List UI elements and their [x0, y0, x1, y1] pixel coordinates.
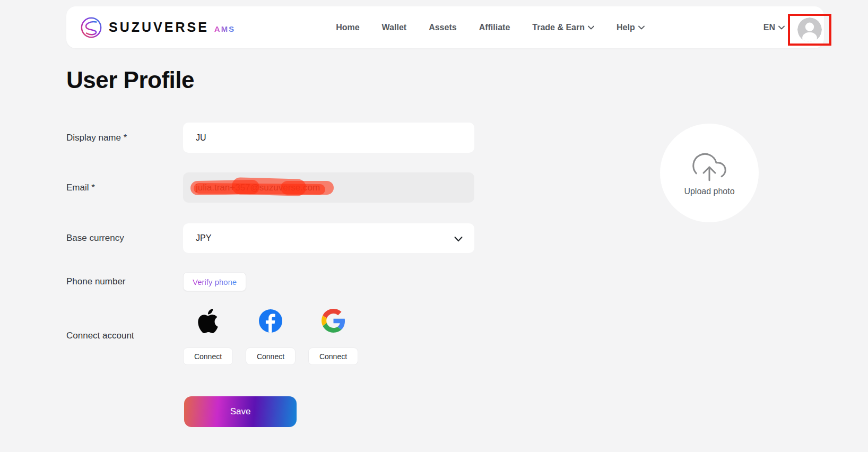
email-row: Email * julia.tran+357@suzuverse.com	[66, 172, 480, 203]
email-input-disabled: julia.tran+357@suzuverse.com	[183, 172, 474, 203]
main-nav: Home Wallet Assets Affiliate Trade & Ear…	[336, 23, 645, 32]
brand-name: SUZUVERSE	[109, 20, 209, 35]
save-button[interactable]: Save	[184, 396, 297, 427]
nav-item-home[interactable]: Home	[336, 23, 359, 32]
nav-item-affiliate[interactable]: Affiliate	[479, 23, 510, 32]
upload-photo-label: Upload photo	[684, 187, 734, 196]
base-currency-row: Base currency JPY	[66, 223, 480, 253]
suzuverse-sphere-icon	[80, 16, 102, 39]
connect-facebook-button[interactable]: Connect	[246, 347, 296, 365]
display-name-input[interactable]	[183, 123, 474, 153]
connect-google-button[interactable]: Connect	[308, 347, 358, 365]
phone-number-row: Phone number Verify phone	[66, 272, 480, 291]
connect-account-row: Connect account Connect	[66, 306, 480, 365]
nav-item-trade-earn[interactable]: Trade & Earn	[532, 23, 594, 32]
annotation-highlight-box	[788, 14, 831, 46]
top-navigation-bar: SUZUVERSE AMS Home Wallet Assets Affilia…	[66, 6, 824, 48]
language-selector[interactable]: EN	[763, 23, 785, 32]
profile-form: Display name * Email * julia.tran+357@su…	[66, 123, 480, 365]
email-value: julia.tran+357@suzuverse.com	[196, 182, 320, 193]
phone-number-label: Phone number	[66, 276, 183, 287]
display-name-label: Display name *	[66, 133, 183, 143]
nav-item-help[interactable]: Help	[617, 23, 645, 32]
chevron-down-icon	[454, 234, 463, 244]
email-label: Email *	[66, 182, 183, 193]
brand-suffix: AMS	[214, 24, 235, 33]
user-avatar-icon[interactable]	[797, 18, 822, 42]
verify-phone-button[interactable]: Verify phone	[183, 272, 246, 291]
cloud-upload-icon	[690, 150, 728, 185]
page-title: User Profile	[66, 67, 194, 93]
display-name-row: Display name *	[66, 123, 480, 153]
chevron-down-icon	[588, 25, 594, 30]
brand-logo[interactable]: SUZUVERSE AMS	[80, 16, 235, 39]
chevron-down-icon	[638, 25, 645, 30]
google-icon	[322, 306, 345, 335]
connect-apple-button[interactable]: Connect	[183, 347, 233, 365]
base-currency-label: Base currency	[66, 233, 183, 244]
base-currency-value: JPY	[196, 233, 211, 243]
connect-account-label: Connect account	[66, 331, 183, 341]
apple-icon	[196, 306, 220, 335]
upload-photo-dropzone[interactable]: Upload photo	[660, 124, 759, 222]
nav-item-wallet[interactable]: Wallet	[382, 23, 407, 32]
nav-item-assets[interactable]: Assets	[429, 23, 456, 32]
provider-apple: Connect	[183, 306, 233, 365]
provider-facebook: Connect	[246, 306, 296, 365]
base-currency-select[interactable]: JPY	[183, 223, 474, 253]
chevron-down-icon	[778, 25, 785, 30]
provider-google: Connect	[308, 306, 358, 365]
facebook-icon	[259, 306, 282, 335]
